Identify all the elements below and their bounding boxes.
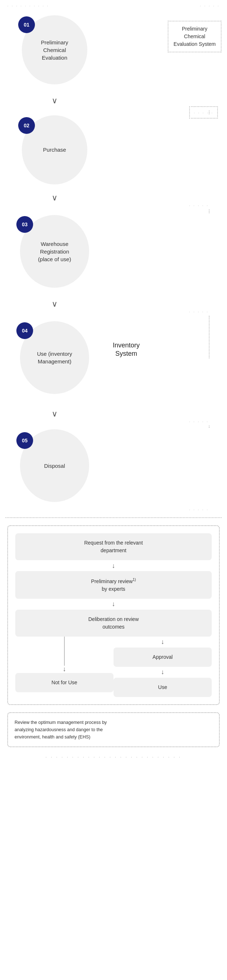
flow-approval-text: Approval [152,654,172,660]
top-dots-right: · · · · · [200,4,220,8]
step5-label: Disposal [37,462,72,469]
step1-label: PreliminaryChemicalEvaluation [33,38,75,62]
flow-box-review: Preliminary review1)by experts [15,571,212,599]
dots-4: · · · · · [189,419,209,424]
step1-badge: 01 [18,16,35,33]
flow-left-arrow: ↓ [63,666,66,673]
flow-not-for-use-text: Not for Use [52,679,78,685]
top-dots-left: · · · · · · · · · · [7,4,49,8]
dots-row-5: · · · · · [0,508,227,512]
arrow2: ∨ [0,191,102,205]
step2-label: Purchase [36,146,73,154]
step4-right: InventorySystem [102,316,227,358]
flow-box-request-text: Request from the relevantdepartment [84,540,143,553]
pce-system-label: PreliminaryChemicalEvaluation System [168,21,222,52]
step5-container: 05 Disposal [0,426,227,506]
step3-badge: 03 [16,216,33,233]
dotted-vert-4 [209,316,210,358]
step5-right [102,426,227,429]
flow-arrow-1: ↓ [15,560,212,571]
step4-badge: 04 [16,322,33,339]
flow-right-arrow-1: ↓ [161,636,164,648]
flow-box-deliberation-text: Deliberation on reviewoutcomes [88,616,139,630]
flow-section: Request from the relevantdepartment ↓ Pr… [7,525,220,705]
step4-left: 04 Use (inventoryManagement) [0,316,102,396]
footnote-section: Review the optimum management process by… [7,712,220,747]
bottom-dots: · · · · · · · · · · · · · · · · · · · · … [0,751,227,763]
inventory-system-label: InventorySystem [113,341,140,358]
arrow1-symbol: ∨ [20,94,89,108]
step5-left: 05 Disposal [0,426,102,502]
step2-badge: 02 [18,117,35,134]
flow-left-col: ↓ Not for Use [15,636,113,697]
flow-box-approval: Approval [113,648,212,667]
arrow3: ∨ [0,297,102,312]
flow-box-deliberation: Deliberation on reviewoutcomes [15,610,212,636]
step4-container: 04 Use (inventoryManagement) InventorySy… [0,316,227,407]
step2-container: 02 Purchase · · · · · [0,111,227,191]
step2-right: · · · · · [102,111,227,114]
flow-box-not-for-use: Not for Use [15,673,113,692]
step4-label: Use (inventoryManagement) [30,350,80,365]
flow-right-arrow-2: ↓ [161,667,164,678]
footnote-text: Review the optimum management process by… [14,720,107,740]
dots-right-2: · · · · · [189,106,218,119]
step1-left: 01 PreliminaryChemicalEvaluation [0,10,102,86]
dots-3: · · · · · [189,310,209,314]
step1-container: 01 PreliminaryChemicalEvaluation Prelimi… [0,10,227,94]
step5-badge: 05 [16,432,33,449]
dots-5: · · · · · [189,508,209,512]
dots-2: · · · · · [189,204,209,208]
flow-use-text: Use [158,684,167,690]
step3-label: WarehouseRegistration(place of use) [31,240,79,263]
separator-line [5,517,222,518]
flow-box-use: Use [113,678,212,697]
dotted-vert-5 [209,426,210,428]
flow-box-review-text: Preliminary review1)by experts [91,578,136,592]
step3-right [102,210,227,213]
flow-right-col: ↓ Approval ↓ Use [113,636,212,697]
flow-arrow-2: ↓ [15,599,212,610]
step1-right: PreliminaryChemicalEvaluation System [102,10,227,13]
dotted-vert-3 [209,210,210,213]
step3-left: 03 WarehouseRegistration(place of use) [0,210,102,290]
step3-container: 03 WarehouseRegistration(place of use) [0,210,227,297]
main-container: · · · · · · · · · · · · · · · 01 Prelimi… [0,0,227,763]
arrow3-symbol: ∨ [20,297,89,312]
arrow4-symbol: ∨ [20,407,89,421]
flow-split-container: ↓ Not for Use ↓ Approval ↓ Use [15,636,212,697]
step2-left: 02 Purchase [0,111,102,185]
arrow2-symbol: ∨ [20,191,89,205]
flow-box-request: Request from the relevantdepartment [15,533,212,560]
arrow4: ∨ [0,407,102,421]
flow-left-vert-line [64,636,65,666]
top-dots-row: · · · · · · · · · · · · · · · [0,0,227,8]
